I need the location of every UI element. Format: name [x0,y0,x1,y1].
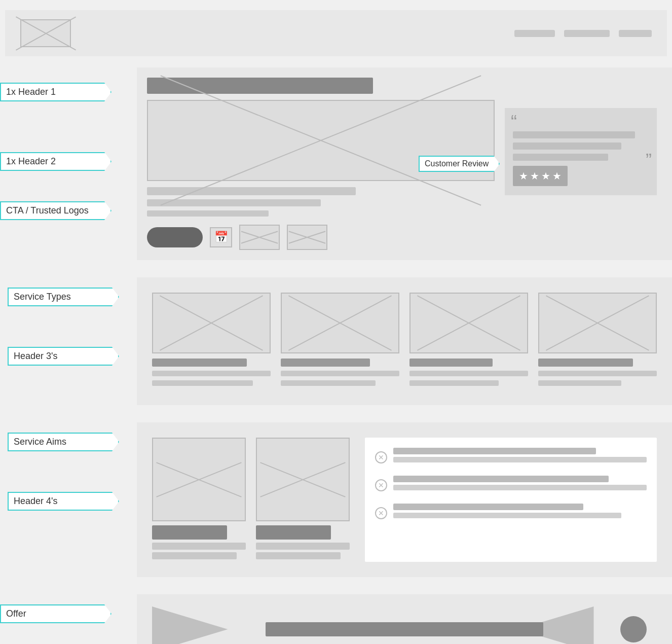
trusted-logo-2-x [288,226,326,249]
header3-label-text: Header 3's [14,351,57,362]
service-aims-label-text: Service Aims [14,437,66,447]
aims-list-bar-1a [393,448,596,454]
service-card-3-header [409,359,493,367]
star-2: ★ [530,170,539,182]
review-bars [513,131,649,161]
service-image-4-x [539,294,656,352]
header4-label-text: Header 4's [14,496,57,507]
header2-label: 1x Header 2 [0,152,111,171]
aims-list-icon-2: ✕ [375,479,387,491]
hero-block: 📅 Customer Review [137,67,672,260]
aims-card-2 [256,438,350,562]
aims-images [152,438,350,562]
service-card-2-header [281,359,370,367]
aims-card-1-text-1 [152,543,246,550]
review-bar-1 [513,131,635,138]
service-aims-block: ✕ ✕ [137,422,672,577]
service-image-1-x [153,294,270,352]
aims-list-bar-3b [393,513,621,518]
aims-list-bar-3a [393,504,583,510]
offer-content [137,594,672,644]
service-card-1-text-1 [152,371,271,376]
service-card-2 [281,293,399,390]
aims-list-bar-1b [393,457,647,462]
hero-inner: 📅 Customer Review [147,78,657,250]
aims-list-text-1 [393,448,647,467]
service-image-4 [538,293,657,353]
aims-list-bar-2a [393,476,609,482]
cta-button[interactable] [147,227,203,247]
aims-list-icon-3: ✕ [375,507,387,519]
offer-circle [620,616,647,642]
aims-card-1 [152,438,246,562]
aims-list-text-3 [393,504,647,522]
header3-label: Header 3's [8,347,119,366]
aims-list-icon-1: ✕ [375,451,387,463]
service-card-4-header [538,359,633,367]
hero-sub-bar-1 [147,187,356,195]
service-card-2-text-1 [281,371,399,376]
hero-sub-bar-3 [147,210,269,217]
service-card-3-text-1 [409,371,528,376]
aims-card-2-header [256,525,331,540]
hero-section-wrapper: 1x Header 1 1x Header 2 CTA / Trusted Lo… [0,67,672,261]
service-types-labels-col: Service Types Header 3's [0,277,137,366]
service-types-content [137,277,672,406]
header1-label: 1x Header 1 [0,83,111,101]
service-types-label: Service Types [8,288,119,306]
aims-card-2-text-2 [256,552,341,559]
quote-close-icon: ” [646,152,652,170]
hero-sub-bars [147,187,495,217]
offer-bar [266,622,543,636]
service-card-4-text-1 [538,371,657,376]
offer-triangle-left [152,606,228,644]
review-wrapper: Customer Review “ ” ★ [505,78,657,250]
trusted-logo-2 [287,225,327,250]
nav-link-2[interactable] [564,30,610,37]
quote-open-icon: “ [511,113,517,131]
review-panel: “ ” ★ ★ ★ ★ [505,108,657,195]
header4-label: Header 4's [8,492,119,511]
service-aims-wrapper: Service Aims Header 4's [0,422,672,578]
service-types-wrapper: Service Types Header 3's [0,277,672,406]
nav-link-1[interactable] [514,30,555,37]
service-aims-content: ✕ ✕ [137,422,672,578]
page-wrapper: 1x Header 1 1x Header 2 CTA / Trusted Lo… [0,0,672,644]
cta-label: CTA / Trusted Logos [0,201,111,220]
aims-card-1-text-2 [152,552,237,559]
nav-logo [20,19,71,47]
offer-label-text: Offer [6,609,26,619]
service-card-3 [409,293,528,390]
hero-content: 📅 Customer Review [137,67,672,261]
hero-labels-col: 1x Header 1 1x Header 2 CTA / Trusted Lo… [0,67,137,220]
service-image-3 [409,293,528,353]
aims-list-item-2: ✕ [375,476,647,494]
service-card-4-text-2 [538,380,621,386]
service-aims-label: Service Aims [8,433,119,451]
offer-label: Offer [0,604,111,623]
header1-label-text: 1x Header 1 [6,87,56,97]
aims-image-1-x [153,439,245,520]
nav-link-3[interactable] [619,30,652,37]
service-card-3-text-2 [409,380,499,386]
aims-image-2 [256,438,350,521]
trusted-logo-1-x [240,226,279,249]
star-4: ★ [552,170,562,182]
service-image-2-x [282,294,398,352]
header2-label-text: 1x Header 2 [6,156,56,167]
customer-review-label: Customer Review [419,156,500,172]
offer-label-col: Offer [0,594,137,623]
service-grid [152,293,657,390]
calendar-icon[interactable]: 📅 [210,227,232,247]
review-bar-2 [513,142,621,150]
aims-list-panel: ✕ ✕ [365,438,657,562]
aims-image-1 [152,438,246,521]
customer-review-label-text: Customer Review [425,159,489,168]
service-card-1-text-2 [152,380,253,386]
hero-header-bar [147,78,373,94]
star-3: ★ [541,170,550,182]
offer-block [137,594,672,644]
service-types-label-text: Service Types [14,292,71,302]
service-image-2 [281,293,399,353]
aims-list-item-1: ✕ [375,448,647,467]
